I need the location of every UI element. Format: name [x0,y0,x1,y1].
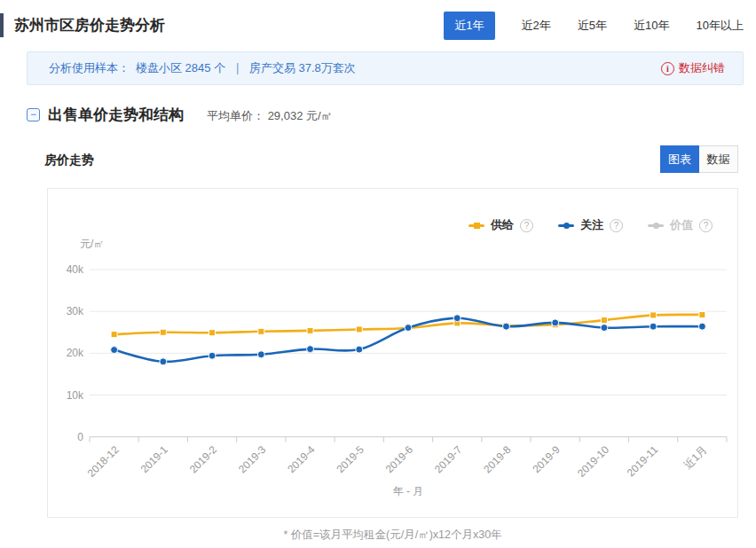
average-price: 平均单价： 29,032 元/㎡ [207,106,333,124]
supply-point [699,311,705,317]
x-tick-label: 2019-9 [530,443,563,476]
view-toggle: 图表 数据 [660,145,738,173]
legend-item-supply[interactable]: 供给 ? [469,217,533,233]
supply-point [111,332,117,338]
attention-point [257,351,264,358]
chart-view-button[interactable]: 图表 [660,145,699,173]
x-axis-name: 年 - 月 [393,485,424,497]
y-tick-label: 0 [77,431,83,443]
info-divider: ｜ [232,60,243,76]
x-tick-label: 2019-8 [481,443,514,476]
page-header: 苏州市区房价走势分析 近1年 近2年 近5年 近10年 10年以上 [0,11,756,41]
legend-label-value: 价值 [670,217,693,233]
help-icon[interactable]: ? [699,219,713,232]
x-tick-label: 2019-10 [575,443,611,480]
tab-recent-5-years[interactable]: 近5年 [578,12,607,40]
chart-legend: 供给 ? 关注 ? 价值 ? [469,217,713,233]
attention-point [453,315,461,322]
data-error-report-button[interactable]: i 数据纠错 [661,60,725,76]
value-definition-footnote: * 价值=该月平均租金(元/月/㎡)x12个月x30年 [47,528,738,543]
info-circle-icon: i [661,62,674,75]
legend-item-attention[interactable]: 关注 ? [558,217,623,233]
y-tick-label: 30k [67,305,84,317]
supply-point [601,317,607,324]
data-view-button[interactable]: 数据 [699,145,738,173]
supply-point [650,312,657,318]
sample-label: 分析使用样本： [49,60,130,76]
legend-item-value[interactable]: 价值 ? [648,217,713,233]
section-header: − 出售单价走势和结构 平均单价： 29,032 元/㎡ [27,105,333,125]
tab-recent-2-years[interactable]: 近2年 [522,12,551,40]
supply-point [307,327,313,333]
legend-label-supply: 供给 [491,217,514,233]
section-title: 出售单价走势和结构 [48,105,184,125]
attention-point [650,323,657,330]
attention-point [552,319,559,326]
chart-header-row: 房价走势 图表 数据 [44,145,738,174]
sample-info: 分析使用样本： 楼盘小区 2845 个 ｜ 房产交易 37.8万套次 [49,60,356,76]
sample-value: 楼盘小区 2845 个 [136,60,225,76]
attention-point [307,346,314,353]
x-tick-label: 2019-6 [383,443,416,476]
y-tick-label: 40k [67,263,84,276]
average-price-value: 29,032 元/㎡ [268,109,333,122]
attention-point [601,325,608,332]
y-tick-label: 10k [67,389,84,402]
time-range-tabs: 近1年 近2年 近5年 近10年 10年以上 [444,11,744,41]
x-tick-label: 2019-4 [285,443,318,476]
page-title: 苏州市区房价走势分析 [14,15,165,35]
attention-point [111,347,118,354]
average-price-label: 平均单价： [207,109,264,122]
tab-over-10-years[interactable]: 10年以上 [697,12,744,40]
price-trend-chart-panel: 元/㎡010k20k30k40k2018-122019-12019-22019-… [47,188,738,518]
help-icon[interactable]: ? [610,219,623,232]
legend-label-attention: 关注 [580,217,603,233]
price-trend-chart: 元/㎡010k20k30k40k2018-122019-12019-22019-… [48,189,737,517]
x-tick-label: 2019-1 [138,443,171,476]
attention-point [698,323,705,330]
value-legend-marker-icon [648,222,664,230]
attention-legend-marker-icon [558,222,574,230]
attention-point [502,323,509,330]
collapse-icon[interactable]: − [27,108,40,121]
supply-point [356,326,362,333]
supply-point [258,328,264,334]
x-tick-label: 2019-2 [187,443,220,476]
supply-point [160,329,166,335]
chart-title: 房价走势 [44,153,94,168]
attention-point [160,358,167,365]
supply-point [209,330,216,336]
help-icon[interactable]: ? [520,219,533,232]
x-tick-label: 2019-11 [625,443,661,480]
data-error-report-label: 数据纠错 [679,60,725,76]
y-tick-label: 20k [67,347,84,359]
y-axis-unit-label: 元/㎡ [80,238,104,250]
x-tick-label: 2019-7 [432,443,465,476]
tab-recent-10-years[interactable]: 近10年 [634,12,669,40]
sample-info-bar: 分析使用样本： 楼盘小区 2845 个 ｜ 房产交易 37.8万套次 i 数据纠… [27,51,744,85]
x-tick-label: 近1月 [681,443,710,472]
attention-point [356,346,363,353]
tab-recent-1-year[interactable]: 近1年 [444,12,494,40]
attention-point [209,352,216,359]
supply-legend-marker-icon [469,222,484,230]
transaction-value: 房产交易 37.8万套次 [249,60,356,76]
attention-point [405,325,412,332]
x-tick-label: 2019-5 [335,443,367,476]
x-tick-label: 2019-3 [236,443,269,476]
title-accent-bar [0,13,4,37]
x-tick-label: 2018-12 [85,443,122,480]
